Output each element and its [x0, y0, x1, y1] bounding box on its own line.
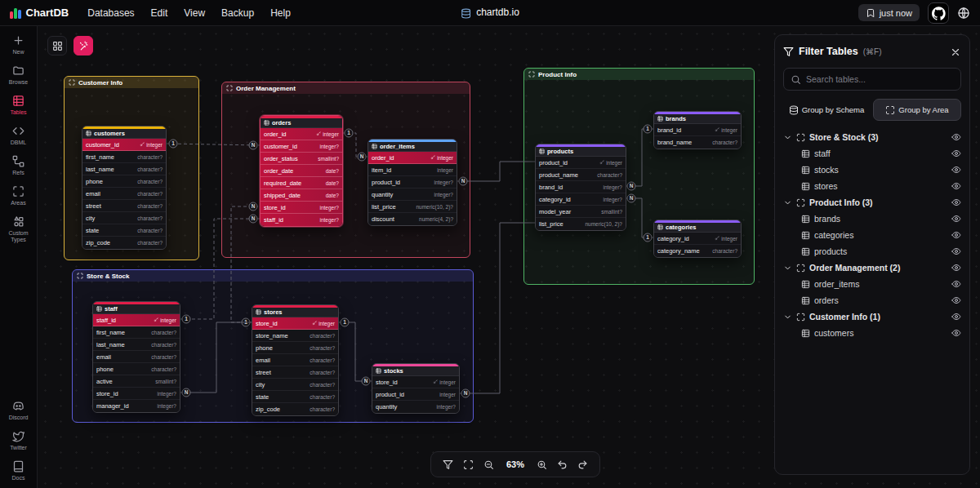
column-row-staff_id[interactable]: staff_idinteger: [93, 314, 180, 326]
sidebar-item-twitter[interactable]: Twitter: [0, 430, 37, 451]
sidebar-item-areas[interactable]: Areas: [0, 185, 37, 206]
column-row-phone[interactable]: phonecharacter?: [93, 363, 180, 375]
table-header[interactable]: order_items: [368, 142, 457, 152]
column-row-first_name[interactable]: first_namecharacter?: [93, 326, 180, 339]
column-row-required_date[interactable]: required_datedate?: [261, 177, 342, 189]
layout-grid-button[interactable]: [47, 36, 67, 55]
column-row-category_id[interactable]: category_idinteger: [654, 233, 741, 245]
table-header[interactable]: brands: [654, 114, 741, 124]
chartdb-logo[interactable]: ChartDB: [10, 7, 69, 19]
sidebar-item-tables[interactable]: Tables: [0, 95, 37, 116]
column-row-street[interactable]: streetcharacter?: [252, 366, 338, 379]
column-row-store_id[interactable]: store_idinteger?: [93, 388, 180, 400]
column-row-order_date[interactable]: order_datedate?: [261, 165, 342, 177]
table-header[interactable]: categories: [654, 223, 741, 233]
filter-button[interactable]: [443, 459, 453, 471]
visibility-eye-button[interactable]: [951, 181, 961, 191]
github-button[interactable]: [928, 2, 949, 24]
column-row-manager_id[interactable]: manager_idinteger?: [93, 400, 180, 412]
sidebar-item-refs[interactable]: Refs: [0, 155, 37, 176]
column-row-customer_id[interactable]: customer_idinteger?: [261, 140, 342, 153]
column-row-list_price[interactable]: list_pricenumeric(10, 2)?: [536, 218, 626, 230]
tree-item-order_items[interactable]: order_items: [783, 276, 961, 292]
column-row-email[interactable]: emailcharacter?: [252, 354, 338, 366]
column-row-phone[interactable]: phonecharacter?: [252, 342, 338, 354]
visibility-eye-button[interactable]: [951, 132, 961, 142]
tree-item-staff[interactable]: staff: [783, 145, 961, 162]
column-row-brand_id[interactable]: brand_idinteger?: [536, 181, 626, 193]
column-row-store_id[interactable]: store_idinteger?: [261, 202, 342, 214]
table-staff[interactable]: staffstaff_idintegerfirst_namecharacter?…: [92, 301, 180, 413]
visibility-eye-button[interactable]: [951, 279, 961, 289]
tree-item-brands[interactable]: brands: [783, 211, 961, 227]
sidebar-item-dbml[interactable]: DBML: [0, 125, 37, 146]
column-row-store_name[interactable]: store_namecharacter?: [252, 330, 338, 342]
table-brands[interactable]: brandsbrand_idintegerbrand_namecharacter…: [653, 111, 742, 149]
column-row-quantity[interactable]: quantityinteger?: [372, 401, 459, 413]
column-row-product_id[interactable]: product_idinteger?: [368, 176, 457, 189]
fit-view-button[interactable]: [463, 459, 474, 471]
column-row-order_id[interactable]: order_idinteger: [261, 128, 342, 140]
zoom-in-button[interactable]: [537, 459, 547, 471]
language-button[interactable]: [957, 6, 970, 19]
column-row-city[interactable]: citycharacter?: [252, 379, 338, 391]
table-header[interactable]: stocks: [372, 366, 459, 376]
column-row-email[interactable]: emailcharacter?: [82, 188, 166, 200]
tree-group-store-stock-3[interactable]: Store & Stock (3): [783, 129, 961, 145]
sidebar-item-browse[interactable]: Browse: [0, 64, 37, 86]
column-row-shipped_date[interactable]: shipped_datedate?: [261, 189, 342, 202]
column-row-last_name[interactable]: last_namecharacter?: [93, 339, 180, 351]
tree-item-stores[interactable]: stores: [783, 178, 961, 194]
tree-group-customer-info-1[interactable]: Customer Info (1): [783, 308, 961, 325]
table-categories[interactable]: categoriescategory_idintegercategory_nam…: [653, 220, 742, 258]
column-row-zip_code[interactable]: zip_codecharacter?: [252, 403, 338, 415]
visibility-eye-button[interactable]: [951, 230, 961, 240]
column-row-category_name[interactable]: category_namecharacter?: [654, 245, 741, 257]
sidebar-item-new[interactable]: New: [0, 34, 37, 55]
table-header[interactable]: customers: [82, 129, 166, 139]
menu-backup[interactable]: Backup: [214, 3, 261, 23]
save-status-badge[interactable]: just now: [858, 4, 920, 21]
visibility-eye-button[interactable]: [951, 149, 961, 158]
column-row-customer_id[interactable]: customer_idinteger: [82, 139, 166, 151]
table-stores[interactable]: storesstore_idintegerstore_namecharacter…: [252, 304, 339, 416]
group-by-schema-button[interactable]: Group by Schema: [783, 99, 870, 121]
group-by-area-button[interactable]: Group by Area: [873, 99, 961, 121]
column-row-discount[interactable]: discountnumeric(4, 2)?: [368, 213, 457, 225]
tree-item-stocks[interactable]: stocks: [783, 162, 961, 178]
visibility-eye-button[interactable]: [951, 263, 961, 273]
column-row-city[interactable]: citycharacter?: [82, 212, 166, 224]
column-row-staff_id[interactable]: staff_idinteger?: [261, 214, 342, 226]
table-stocks[interactable]: stocksstore_idintegerproduct_idintegerqu…: [372, 363, 460, 414]
column-row-store_id[interactable]: store_idinteger: [372, 376, 459, 388]
column-row-category_id[interactable]: category_idinteger?: [536, 193, 626, 206]
visibility-eye-button[interactable]: [951, 214, 961, 224]
visibility-eye-button[interactable]: [951, 165, 961, 175]
column-row-product_id[interactable]: product_idinteger: [372, 388, 459, 401]
diagram-title[interactable]: chartdb.io: [461, 7, 519, 18]
column-row-phone[interactable]: phonecharacter?: [82, 175, 166, 188]
column-row-active[interactable]: activesmallint?: [93, 375, 180, 388]
zoom-level[interactable]: 63%: [504, 459, 527, 469]
column-row-product_id[interactable]: product_idinteger: [536, 157, 626, 169]
tree-group-product-info-3[interactable]: Product Info (3): [783, 194, 961, 211]
visibility-eye-button[interactable]: [951, 197, 961, 207]
column-row-last_name[interactable]: last_namecharacter?: [82, 163, 166, 175]
table-header[interactable]: stores: [252, 308, 338, 317]
visibility-eye-button[interactable]: [951, 295, 961, 305]
table-header[interactable]: staff: [93, 304, 180, 314]
zoom-out-button[interactable]: [483, 459, 494, 471]
table-header[interactable]: products: [536, 147, 626, 157]
column-row-list_price[interactable]: list_pricenumeric(10, 2)?: [368, 201, 457, 213]
column-row-state[interactable]: statecharacter?: [82, 224, 166, 237]
column-row-order_status[interactable]: order_statussmallint?: [261, 153, 342, 165]
menu-databases[interactable]: Databases: [80, 3, 141, 23]
column-row-order_id[interactable]: order_idinteger: [368, 152, 457, 164]
tree-item-categories[interactable]: categories: [783, 227, 961, 243]
column-row-street[interactable]: streetcharacter?: [82, 200, 166, 212]
column-row-email[interactable]: emailcharacter?: [93, 351, 180, 363]
column-row-brand_name[interactable]: brand_namecharacter?: [654, 136, 741, 149]
column-row-zip_code[interactable]: zip_codecharacter?: [82, 237, 166, 249]
table-header[interactable]: orders: [261, 118, 342, 128]
undo-button[interactable]: [557, 459, 568, 471]
